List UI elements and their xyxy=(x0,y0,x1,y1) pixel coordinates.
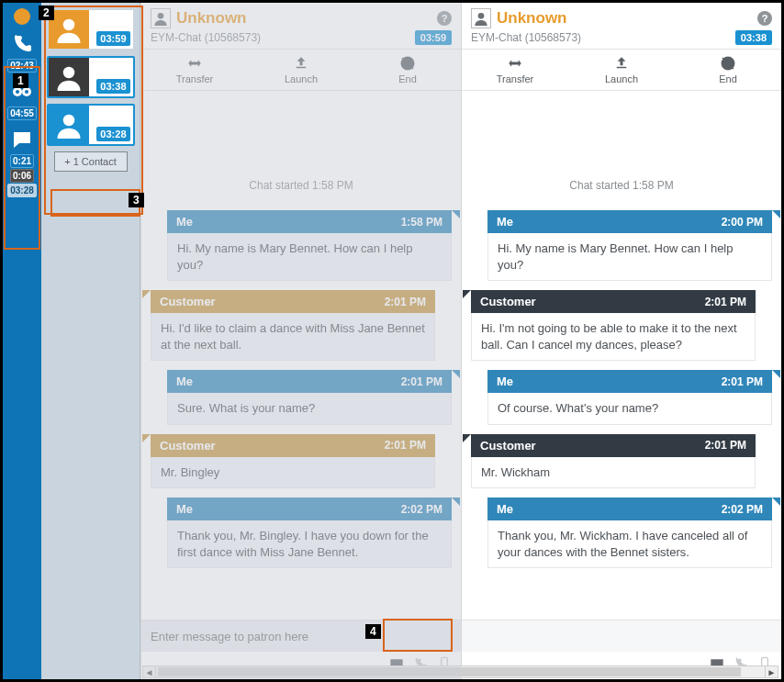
message-body: Mr. Bingley xyxy=(151,457,435,489)
help-icon[interactable]: ? xyxy=(757,11,772,26)
message-header: Me 2:02 PM xyxy=(167,498,452,520)
chat-message: Me 2:01 PM Sure. What is your name? xyxy=(167,370,452,425)
person-icon xyxy=(49,58,89,96)
message-body: Sure. What is your name? xyxy=(167,393,452,425)
message-time: 2:01 PM xyxy=(705,439,746,452)
chat-started-label: Chat started 1:58 PM xyxy=(471,179,772,192)
message-body: Of course. What's your name? xyxy=(487,393,772,425)
message-header: Me 1:58 PM xyxy=(167,210,452,233)
chat-message: Me 2:00 PM Hi. My name is Mary Bennet. H… xyxy=(487,210,772,281)
channel-time: 03:38 xyxy=(96,79,129,94)
chat-message: Me 2:01 PM Of course. What's your name? xyxy=(487,370,772,425)
plus-contact-button[interactable]: + 1 Contact xyxy=(54,151,128,172)
pane-header: Unknown ? EYM-Chat (10568573) 03:38 xyxy=(462,3,781,50)
channel-card[interactable]: 03:28 xyxy=(47,104,135,146)
action-label: Launch xyxy=(605,73,638,84)
svg-point-7 xyxy=(158,13,164,19)
rail-slot-voicemail[interactable]: 04:55 xyxy=(5,78,39,120)
message-sender: Customer xyxy=(480,295,536,308)
channel-card[interactable]: 03:38 xyxy=(47,56,135,98)
channel-time: 03:28 xyxy=(96,127,129,141)
person-icon xyxy=(49,106,89,144)
chat-message: Customer 2:01 PM Hi. I'm not going to be… xyxy=(471,290,756,361)
message-body: Hi. My name is Mary Bennet. How can I he… xyxy=(167,233,452,281)
chat-id: EYM-Chat (10568573) xyxy=(151,31,261,44)
message-header: Customer 2:01 PM xyxy=(471,290,756,313)
svg-point-5 xyxy=(62,67,74,79)
chat-id: EYM-Chat (10568573) xyxy=(471,31,581,44)
rail-time: 0:21 xyxy=(10,154,34,168)
person-icon xyxy=(49,10,89,49)
message-sender: Customer xyxy=(480,439,536,453)
pane-header: Unknown ? EYM-Chat (10568573) 03:59 xyxy=(141,3,461,50)
message-sender: Customer xyxy=(160,295,216,308)
launch-button[interactable]: Launch xyxy=(248,50,354,90)
svg-point-4 xyxy=(62,19,74,31)
message-sender: Me xyxy=(497,502,513,516)
contact-name: Unknown xyxy=(176,9,247,28)
action-label: End xyxy=(719,73,737,84)
scroll-right-icon[interactable]: ► xyxy=(765,666,778,677)
message-header: Me 2:00 PM xyxy=(487,210,772,233)
horizontal-scrollbar[interactable]: ◄ ► xyxy=(142,665,778,678)
message-header: Customer 2:01 PM xyxy=(471,434,756,457)
message-time: 2:01 PM xyxy=(385,439,426,452)
chat-body: Chat started 1:58 PM Me 1:58 PM Hi. My n… xyxy=(141,91,461,620)
chat-started-label: Chat started 1:58 PM xyxy=(151,179,452,192)
chat-body: Chat started 1:58 PM Me 2:00 PM Hi. My n… xyxy=(462,91,781,620)
rail-slot-chat[interactable]: 0:21 0:06 03:28 xyxy=(5,126,39,197)
rail-time-extra: 03:28 xyxy=(7,184,37,197)
chat-message: Customer 2:01 PM Mr. Bingley xyxy=(151,434,435,489)
voicemail-icon xyxy=(6,78,38,106)
action-label: Transfer xyxy=(176,73,214,84)
chat-message: Me 2:02 PM Thank you, Mr. Wickham. I hav… xyxy=(487,498,772,568)
message-body: Thank you, Mr. Bingley. I have you down … xyxy=(167,520,452,568)
person-icon xyxy=(151,8,171,28)
message-body: Hi. I'm not going to be able to make it … xyxy=(471,313,756,361)
contact-name: Unknown xyxy=(497,9,567,28)
scroll-left-icon[interactable]: ◄ xyxy=(143,666,156,677)
svg-point-3 xyxy=(25,90,28,94)
message-time: 2:02 PM xyxy=(401,503,442,516)
message-body: Hi. I'd like to claim a dance with Miss … xyxy=(151,313,435,361)
scroll-thumb[interactable] xyxy=(158,667,741,676)
message-sender: Customer xyxy=(160,439,216,453)
chat-message: Customer 2:01 PM Mr. Wickham xyxy=(471,434,756,489)
end-button[interactable]: End xyxy=(354,50,461,90)
phone-icon xyxy=(6,30,38,58)
channel-time: 03:59 xyxy=(96,31,129,46)
message-body: Thank you, Mr. Wickham. I have canceled … xyxy=(487,520,772,568)
action-label: Launch xyxy=(285,73,318,84)
message-sender: Me xyxy=(176,215,193,229)
rail-time-extra: 0:06 xyxy=(10,169,34,183)
message-time: 2:01 PM xyxy=(401,375,442,388)
message-sender: Me xyxy=(497,375,513,388)
chat-pane: Unknown ? EYM-Chat (10568573) 03:59 Tran… xyxy=(140,3,461,679)
pane-timer: 03:38 xyxy=(735,30,772,45)
message-input[interactable] xyxy=(462,621,781,652)
rail-slot-phone[interactable]: 02:43 xyxy=(5,30,39,73)
chat-message: Customer 2:01 PM Hi. I'd like to claim a… xyxy=(151,290,435,361)
end-button[interactable]: End xyxy=(675,50,781,90)
message-time: 2:01 PM xyxy=(705,296,746,308)
message-sender: Me xyxy=(497,215,513,229)
message-sender: Me xyxy=(176,375,193,388)
channel-card[interactable]: 03:59 xyxy=(47,8,135,50)
transfer-button[interactable]: Transfer xyxy=(462,50,568,90)
channel-strip: 03:59 03:38 03:28 + 1 Contact xyxy=(41,3,140,679)
pane-actions: Transfer Launch End xyxy=(141,50,461,91)
help-icon[interactable]: ? xyxy=(437,11,452,26)
chat-panes: Unknown ? EYM-Chat (10568573) 03:59 Tran… xyxy=(140,3,781,679)
status-dot[interactable] xyxy=(14,8,30,25)
message-sender: Me xyxy=(176,502,193,516)
action-label: End xyxy=(398,73,417,84)
message-input[interactable] xyxy=(141,621,461,652)
message-time: 2:01 PM xyxy=(385,296,426,308)
launch-button[interactable]: Launch xyxy=(568,50,675,90)
chat-pane: Unknown ? EYM-Chat (10568573) 03:38 Tran… xyxy=(461,3,781,679)
message-time: 2:00 PM xyxy=(722,216,763,229)
chat-message: Me 2:02 PM Thank you, Mr. Bingley. I hav… xyxy=(167,498,452,568)
message-time: 1:58 PM xyxy=(401,216,442,229)
left-rail: 02:43 04:55 0:21 0:06 03:28 xyxy=(3,3,41,679)
transfer-button[interactable]: Transfer xyxy=(141,50,248,90)
